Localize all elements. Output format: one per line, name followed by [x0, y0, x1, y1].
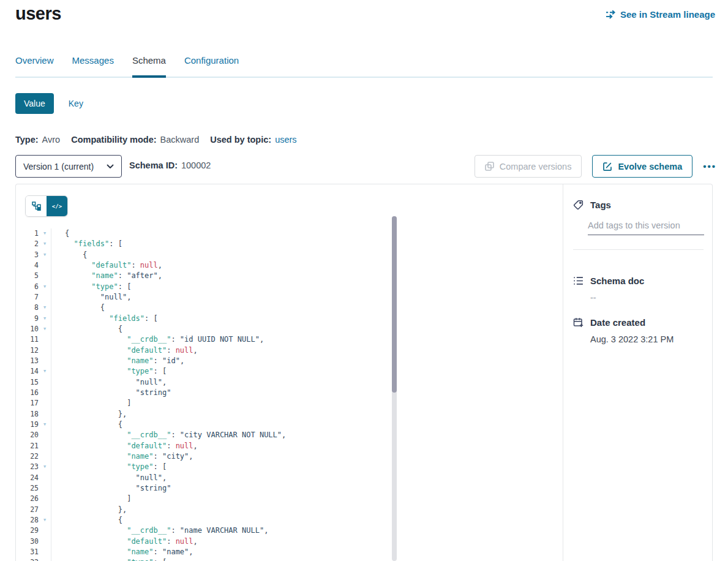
fold-toggle-icon[interactable]: ▼: [39, 557, 51, 561]
line-number: 27: [16, 505, 39, 515]
code-line: 17 ]: [16, 398, 563, 409]
line-number: 21: [16, 441, 39, 451]
fold-toggle-icon[interactable]: ▼: [39, 515, 51, 525]
fold-toggle-icon[interactable]: ▼: [39, 239, 51, 249]
tree-view-button[interactable]: [26, 196, 47, 216]
fold-toggle-icon[interactable]: ▼: [39, 314, 51, 324]
fold-spacer: [39, 409, 51, 420]
line-number: 25: [16, 483, 39, 494]
fold-spacer: [39, 388, 51, 398]
line-number: 30: [16, 537, 39, 547]
fold-toggle-icon[interactable]: ▼: [39, 228, 51, 239]
line-number: 11: [16, 334, 39, 345]
code-line: 21 "default": null,: [16, 441, 563, 451]
code-line: 23▼ "type": [: [16, 462, 563, 472]
topic-link[interactable]: users: [275, 135, 296, 145]
code-line: 31 "name": "name",: [16, 547, 563, 557]
more-actions-button[interactable]: •••: [703, 161, 716, 171]
schema-editor-area: </> 1▼{2▼ "fields": [3▼ {4 "default": nu…: [16, 184, 563, 561]
code-text: {: [51, 420, 122, 430]
schema-id-value: 100002: [181, 160, 211, 170]
line-number: 6: [16, 282, 39, 292]
code-text: },: [51, 505, 127, 515]
fold-spacer: [39, 292, 51, 303]
fold-spacer: [39, 377, 51, 388]
line-number: 18: [16, 409, 39, 420]
fold-toggle-icon[interactable]: ▼: [39, 303, 51, 313]
code-line: 7 "null",: [16, 292, 563, 303]
code-text: {: [51, 515, 122, 525]
code-line: 28▼ {: [16, 515, 563, 525]
fold-toggle-icon[interactable]: ▼: [39, 366, 51, 377]
line-number: 12: [16, 345, 39, 356]
tab-schema[interactable]: Schema: [132, 55, 166, 77]
code-view-icon: </>: [52, 203, 62, 209]
code-text: "string": [51, 388, 171, 398]
value-toggle-button[interactable]: Value: [15, 93, 54, 114]
page-title: users: [15, 4, 61, 24]
compatibility-value: Backward: [160, 135, 200, 145]
code-text: "default": null,: [51, 345, 198, 356]
line-number: 1: [16, 228, 39, 239]
fold-toggle-icon[interactable]: ▼: [39, 324, 51, 334]
fold-spacer: [39, 473, 51, 483]
tab-overview[interactable]: Overview: [15, 55, 54, 77]
code-text: "fields": [: [51, 314, 158, 324]
schema-page: users See in Stream lineage OverviewMess…: [0, 0, 728, 561]
evolve-schema-label: Evolve schema: [618, 162, 682, 171]
code-line: 5 "name": "after",: [16, 271, 563, 281]
code-line: 16 "string": [16, 388, 563, 398]
list-icon: [573, 276, 584, 286]
tab-messages[interactable]: Messages: [72, 55, 114, 77]
editor-scrollbar-track[interactable]: [392, 216, 397, 561]
code-text: ]: [51, 494, 131, 504]
code-line: 1▼{: [16, 228, 563, 239]
code-text: "fields": [: [51, 239, 122, 249]
code-text: "__crdb__": "id UUID NOT NULL",: [51, 334, 264, 345]
editor-scrollbar-thumb[interactable]: [392, 216, 397, 393]
tags-section: Tags: [573, 200, 704, 235]
line-number: 4: [16, 260, 39, 271]
code-line: 32▼ "type": [: [16, 557, 563, 561]
line-number: 2: [16, 239, 39, 249]
line-number: 31: [16, 547, 39, 557]
evolve-schema-button[interactable]: Evolve schema: [592, 155, 692, 178]
fold-toggle-icon[interactable]: ▼: [39, 420, 51, 430]
fold-toggle-icon[interactable]: ▼: [39, 282, 51, 292]
date-created-section: Date created Aug. 3 2022 3:21 PM: [573, 317, 704, 344]
code-line: 3▼ {: [16, 250, 563, 260]
fold-spacer: [39, 334, 51, 345]
code-line: 19▼ {: [16, 420, 563, 430]
code-text: },: [51, 409, 127, 420]
schema-doc-section: Schema doc --: [573, 276, 704, 303]
fold-spacer: [39, 430, 51, 440]
line-number: 14: [16, 366, 39, 377]
code-line: 15 "null",: [16, 377, 563, 388]
code-line: 27 },: [16, 505, 563, 515]
fold-spacer: [39, 505, 51, 515]
code-text: "name": "id",: [51, 356, 184, 366]
code-line: 8▼ {: [16, 303, 563, 313]
tab-configuration[interactable]: Configuration: [184, 55, 239, 77]
add-tags-input[interactable]: [588, 220, 704, 235]
fold-spacer: [39, 537, 51, 547]
code-line: 4 "default": null,: [16, 260, 563, 271]
compare-versions-button[interactable]: Compare versions: [475, 155, 582, 178]
chevron-down-icon: [107, 164, 114, 169]
code-line: 20 "__crdb__": "city VARCHAR NOT NULL",: [16, 430, 563, 440]
code-text: "type": [: [51, 282, 131, 292]
key-toggle-link[interactable]: Key: [69, 99, 83, 108]
fold-toggle-icon[interactable]: ▼: [39, 462, 51, 472]
fold-spacer: [39, 345, 51, 356]
line-number: 22: [16, 451, 39, 462]
code-text: "type": [: [51, 462, 167, 472]
version-dropdown-value: Version 1 (current): [23, 162, 94, 171]
code-text: ]: [51, 398, 131, 409]
version-dropdown[interactable]: Version 1 (current): [15, 155, 122, 178]
code-view-button[interactable]: </>: [47, 196, 67, 216]
compare-copy-icon: [485, 162, 494, 171]
code-text: "string": [51, 483, 171, 494]
fold-toggle-icon[interactable]: ▼: [39, 250, 51, 260]
see-in-stream-lineage-link[interactable]: See in Stream lineage: [606, 9, 715, 20]
code-text: "__crdb__": "city VARCHAR NOT NULL",: [51, 430, 286, 440]
